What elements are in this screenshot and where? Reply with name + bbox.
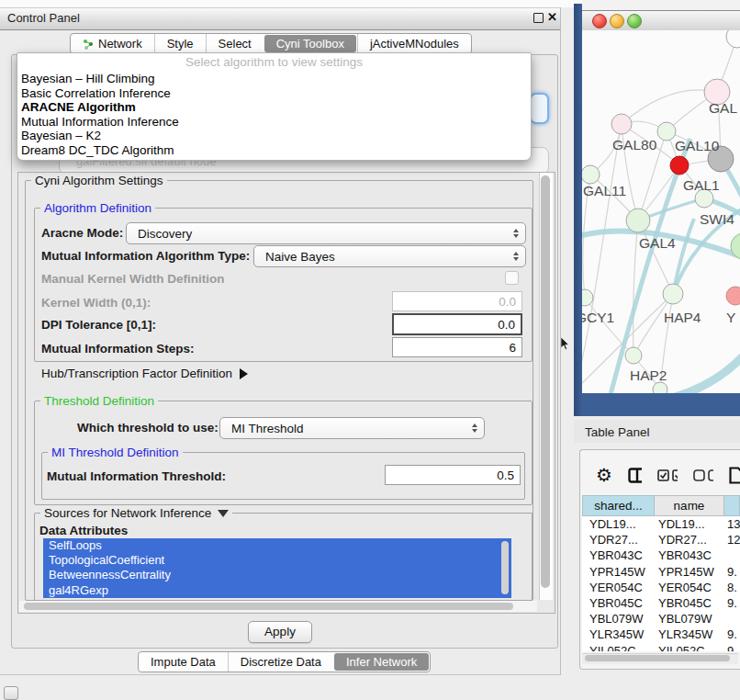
network-node-gal80[interactable] — [611, 114, 632, 134]
mouse-cursor — [561, 337, 571, 351]
data-attributes-label: Data Attributes — [39, 524, 128, 537]
table-cell: 9. — [724, 565, 740, 579]
algorithm-option[interactable]: Bayesian – Hill Climbing — [17, 72, 531, 86]
node-label: SWI4 — [700, 211, 734, 227]
table-cell: YLR345W — [655, 627, 724, 641]
bottom-tabbar: Impute DataDiscretize DataInfer Network — [138, 651, 431, 672]
unchecked-boxes-icon[interactable] — [693, 469, 713, 481]
algorithm-option[interactable]: Bayesian – K2 — [17, 129, 531, 143]
network-icon — [83, 39, 94, 50]
hub-definition-expander[interactable]: Hub/Transcription Factor Definition — [41, 367, 248, 380]
table-cell: 13 — [724, 517, 740, 531]
checked-boxes-icon[interactable] — [657, 469, 678, 481]
mi-steps-input[interactable]: 6 — [392, 337, 522, 357]
algorithm-option[interactable]: Mutual Information Inference — [17, 115, 531, 130]
mi-threshold-value: 0.5 — [497, 469, 514, 482]
horizontal-scrollbar-thumb[interactable] — [24, 603, 513, 610]
data-attributes-list[interactable]: SelfLoopsTopologicalCoefficientBetweenne… — [43, 538, 511, 598]
sources-group-title[interactable]: Sources for Network Inference — [40, 506, 232, 520]
kernel-width-input[interactable]: 0.0 — [392, 291, 522, 311]
gear-icon[interactable]: ⚙ — [596, 466, 612, 484]
table-row[interactable]: YDR27...YDR27...12 — [582, 532, 740, 548]
algorithm-option[interactable]: Basic Correlation Inference — [17, 86, 531, 101]
network-canvas[interactable]: GALGAL80GAL10GAL1GAL11SWI4GAL4GCY1HAP4YH… — [582, 30, 740, 393]
node-table[interactable]: shared...name YDL19...YDL19...13YDR27...… — [582, 495, 740, 651]
zoom-traffic-light-icon[interactable] — [627, 14, 642, 28]
network-node-gcy1[interactable] — [582, 289, 593, 306]
algorithm-option[interactable]: Dream8 DC_TDC Algorithm — [17, 143, 531, 158]
screen: Control Panel ✕ NetworkStyleSelectCyni T… — [0, 0, 740, 700]
attribute-item-selected[interactable]: TopologicalCoefficient — [43, 553, 511, 568]
vertical-scrollbar-thumb[interactable] — [541, 175, 550, 588]
node-label: GAL4 — [639, 235, 676, 251]
attribute-item-selected[interactable]: gal4RGexp — [43, 583, 511, 598]
mi-type-combo[interactable]: Naive Bayes — [253, 245, 526, 267]
tab-impute-data[interactable]: Impute Data — [139, 652, 228, 672]
table-row[interactable]: YPR145WYPR145W9. — [582, 564, 740, 580]
mi-threshold-input[interactable]: 0.5 — [385, 465, 521, 485]
tab-label: Select — [219, 37, 252, 51]
table-cell: YBR043C — [582, 548, 655, 562]
network-node-hap4[interactable] — [663, 284, 683, 304]
table-row[interactable]: YBL079WYBL079W — [582, 611, 740, 627]
column-header[interactable] — [724, 495, 740, 516]
table-row[interactable]: YDL19...YDL19...13 — [582, 516, 740, 532]
network-node-y[interactable] — [726, 287, 740, 305]
tab-style[interactable]: Style — [154, 34, 206, 53]
network-edge — [622, 90, 717, 124]
column-header[interactable]: name — [655, 495, 724, 516]
network-node[interactable] — [653, 382, 667, 393]
apply-button[interactable]: Apply — [248, 621, 312, 643]
tab-discretize-data[interactable]: Discretize Data — [228, 652, 333, 672]
table-row[interactable]: YIL052CYIL052C9 — [582, 643, 740, 652]
mini-window-icon[interactable] — [4, 686, 18, 700]
control-panel-title: Control Panel — [7, 11, 80, 25]
network-graph: GALGAL80GAL10GAL1GAL11SWI4GAL4GCY1HAP4YH… — [582, 30, 740, 393]
minimize-traffic-light-icon[interactable] — [610, 14, 624, 28]
table-row[interactable]: YLR345WYLR345W9. — [582, 627, 740, 642]
table-row[interactable]: YBR043CYBR043C — [582, 548, 740, 563]
which-threshold-value: MI Threshold — [231, 422, 304, 435]
close-icon[interactable]: ✕ — [547, 10, 557, 24]
tab-label: Cyni Toolbox — [276, 37, 344, 51]
mi-threshold-label: Mutual Information Threshold: — [47, 469, 226, 483]
kernel-width-value: 0.0 — [499, 295, 516, 309]
table-cell: 8. — [724, 581, 740, 594]
mi-steps-value: 6 — [509, 341, 516, 355]
attribute-item-selected[interactable]: SelfLoops — [43, 538, 511, 553]
column-header[interactable]: shared... — [582, 495, 655, 516]
network-node[interactable] — [726, 30, 740, 48]
split-columns-icon[interactable] — [628, 468, 642, 483]
tab-network[interactable]: Network — [71, 34, 154, 53]
node-label: GAL80 — [612, 137, 657, 152]
document-icon[interactable] — [729, 467, 740, 484]
tab-infer-network[interactable]: Infer Network — [334, 653, 429, 671]
manual-kernel-checkbox[interactable] — [505, 271, 519, 285]
network-edge — [633, 220, 638, 356]
network-node-hap2[interactable] — [625, 347, 642, 364]
dpi-tolerance-input[interactable]: 0.0 — [392, 313, 522, 335]
tab-cyni-toolbox[interactable]: Cyni Toolbox — [264, 35, 356, 52]
which-threshold-label: Which threshold to use: — [77, 421, 219, 435]
aracne-mode-combo[interactable]: Discovery — [126, 222, 526, 244]
network-edge-highlighted — [672, 354, 740, 393]
attribute-item-selected[interactable]: BetweennessCentrality — [43, 568, 511, 582]
mi-type-value: Naive Bayes — [265, 250, 335, 264]
table-cell: YDL19... — [655, 517, 724, 531]
table-row[interactable]: YBR045CYBR045C9. — [582, 595, 740, 611]
table-horizontal-scrollbar-thumb[interactable] — [585, 655, 730, 661]
network-node-gal1[interactable] — [670, 156, 689, 175]
table-row[interactable]: YER054CYER054C8. — [582, 580, 740, 595]
tab-jactivemnodules[interactable]: jActiveMNodules — [357, 34, 471, 53]
float-window-icon[interactable] — [533, 13, 544, 23]
network-node-gal10[interactable] — [657, 122, 676, 141]
which-threshold-combo[interactable]: MI Threshold — [219, 417, 485, 439]
tab-select[interactable]: Select — [206, 34, 263, 53]
list-scrollbar-thumb[interactable] — [501, 541, 509, 594]
close-traffic-light-icon[interactable] — [592, 14, 607, 28]
table-cell: YER054C — [655, 581, 724, 594]
network-node-gal11[interactable] — [582, 165, 600, 184]
tab-label: jActiveMNodules — [370, 37, 459, 51]
network-node-gal4[interactable] — [626, 209, 650, 232]
algorithm-option[interactable]: ARACNE Algorithm — [17, 100, 531, 115]
